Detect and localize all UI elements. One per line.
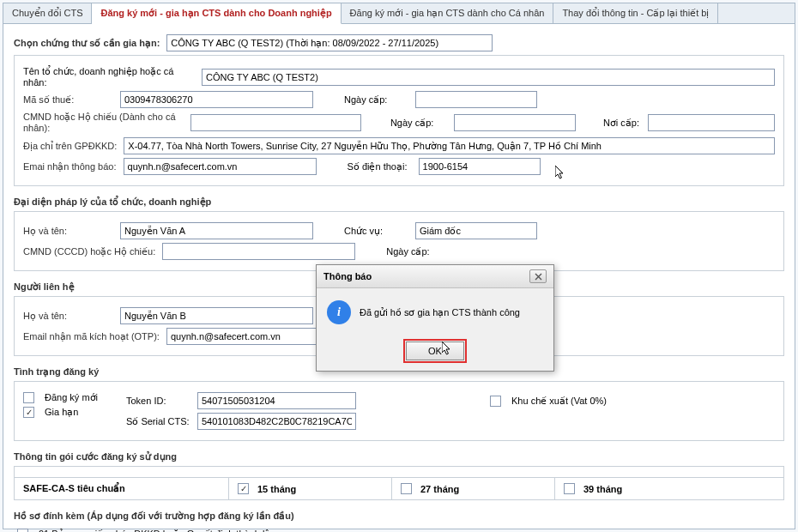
dialog-message: Đã gửi hồ sơ gia hạn CTS thành công: [360, 307, 520, 318]
pkg-title: Thông tin gói cước đăng ký sử dụng: [14, 446, 784, 466]
issue-place-input[interactable]: [648, 114, 775, 131]
contact-name-label: Họ và tên:: [23, 311, 113, 322]
pkg-39-checkbox[interactable]: [564, 483, 575, 494]
tab-register-personal[interactable]: Đăng ký mới - gia hạn CTS dành cho Cá nh…: [342, 3, 554, 23]
issue-place-label: Nơi cấp:: [603, 118, 641, 129]
pkg-27-checkbox[interactable]: [401, 483, 412, 494]
tab-register-business[interactable]: Đăng ký mới - gia hạn CTS dành cho Doanh…: [92, 3, 341, 24]
contact-name-input[interactable]: [120, 307, 313, 324]
phone-label: Số điện thoại:: [348, 161, 412, 172]
addr-input[interactable]: [124, 137, 775, 154]
tab-change-info[interactable]: Thay đổi thông tin - Cấp lại thiết bị: [553, 3, 718, 23]
pkg-15-checkbox[interactable]: [238, 483, 249, 494]
phone-input[interactable]: [419, 158, 541, 175]
position-input[interactable]: [415, 222, 537, 239]
tax-input[interactable]: [120, 91, 313, 108]
id-label: CMND hoặc Hộ chiếu (Dành cho cá nhân):: [23, 112, 184, 134]
tax-label: Mã số thuế:: [23, 94, 113, 106]
tab-convert-cts[interactable]: Chuyển đổi CTS: [3, 3, 92, 23]
pkg-15-label: 15 tháng: [257, 484, 296, 494]
id-input[interactable]: [190, 114, 362, 131]
attach1-checkbox[interactable]: [17, 529, 28, 532]
export-zone-checkbox[interactable]: [490, 396, 501, 407]
info-icon: i: [327, 300, 351, 324]
cert-select-label: Chọn chứng thư số cần gia hạn:: [14, 38, 160, 49]
pkg-27-label: 27 tháng: [420, 484, 459, 494]
close-icon: [535, 273, 542, 281]
tab-bar: Chuyển đổi CTS Đăng ký mới - gia hạn CTS…: [3, 3, 795, 24]
issue-date-label: Ngày cấp:: [344, 94, 408, 106]
ok-button[interactable]: OK: [406, 342, 464, 360]
cert-select-input[interactable]: [166, 34, 493, 51]
reg-status-section: Đăng ký mới Gia hạn Token ID: Khu chế xu…: [14, 381, 784, 441]
legal-rep-section: Họ và tên: Chức vụ: CMND (CCCD) hoặc Hộ …: [14, 211, 784, 271]
token-input[interactable]: [197, 392, 356, 409]
token-label: Token ID:: [126, 396, 190, 406]
info-dialog: Thông báo i Đã gửi hồ sơ gia hạn CTS thà…: [316, 264, 554, 372]
email-label: Emai nhận thông báo:: [23, 161, 117, 172]
export-zone-label: Khu chế xuất (Vat 0%): [511, 396, 607, 407]
pkg-name: SAFE-CA-S tiêu chuẩn: [15, 478, 229, 499]
attach1-label: 01 Bản sao giấy phép ĐKKD hoặc Quyết địn…: [39, 529, 276, 532]
issue-date-input[interactable]: [415, 91, 537, 108]
serial-input[interactable]: [197, 413, 356, 430]
dialog-close-button[interactable]: [529, 269, 547, 283]
addr-label: Địa chỉ trên GPĐKKD:: [23, 141, 117, 152]
new-reg-label: Đăng ký mới: [45, 392, 98, 403]
org-name-input[interactable]: [202, 69, 775, 86]
rep-name-label: Họ và tên:: [23, 226, 113, 237]
renew-label: Gia hạn: [45, 407, 78, 418]
issue-date3-label: Ngày cấp:: [386, 246, 450, 257]
pkg-39-label: 39 tháng: [583, 484, 622, 494]
rep-name-input[interactable]: [120, 222, 313, 239]
org-info-section: Tên tổ chức, doanh nghiệp hoặc cá nhân: …: [14, 55, 784, 186]
serial-label: Số Serial CTS:: [126, 416, 190, 427]
new-reg-checkbox[interactable]: [23, 392, 34, 403]
issue-date2-input[interactable]: [454, 114, 576, 131]
email-input[interactable]: [124, 158, 317, 175]
attach-title: Hồ sơ đính kèm (Áp dụng đối với trường h…: [14, 505, 784, 525]
dialog-title: Thông báo: [323, 271, 372, 281]
pkg-section: SAFE-CA-S tiêu chuẩn 15 tháng 27 tháng 3…: [14, 466, 784, 500]
legal-rep-title: Đại diện pháp lý của tổ chức, doanh nghi…: [14, 191, 784, 211]
issue-date2-label: Ngày cấp:: [390, 118, 447, 129]
org-name-label: Tên tổ chức, doanh nghiệp hoặc cá nhân:: [23, 66, 195, 88]
rep-id-input[interactable]: [162, 243, 355, 260]
position-label: Chức vụ:: [344, 226, 408, 237]
renew-checkbox[interactable]: [23, 407, 34, 418]
otp-email-label: Email nhận mã kích hoạt (OTP):: [23, 331, 160, 342]
rep-id-label: CMND (CCCD) hoặc Hộ chiếu:: [23, 246, 155, 257]
